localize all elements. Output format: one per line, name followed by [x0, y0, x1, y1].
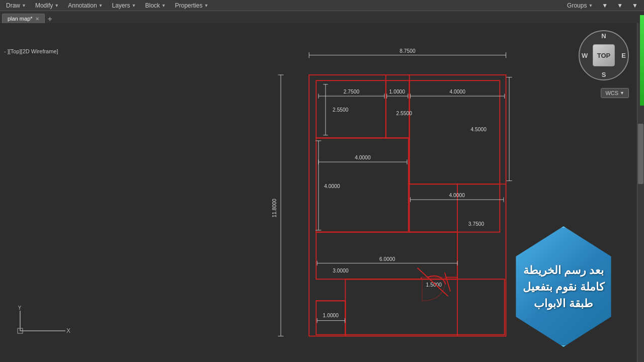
menu-groups[interactable]: Groups ▼ [563, 1, 597, 10]
svg-text:4.0000: 4.0000 [324, 184, 340, 189]
menu-draw[interactable]: Draw ▼ [2, 1, 30, 10]
menu-layers[interactable]: Layers ▼ [108, 1, 140, 10]
tab-add-button[interactable]: + [45, 15, 55, 23]
svg-text:8.7500: 8.7500 [399, 48, 416, 54]
compass-circle: N S E W TOP [579, 30, 629, 80]
menu-block[interactable]: Block ▼ [141, 1, 170, 10]
viewport-label: - ][Top][2D Wireframe] [4, 48, 58, 54]
svg-text:1.0000: 1.0000 [389, 89, 406, 95]
menu-extra2[interactable]: ▼ [613, 1, 627, 10]
svg-text:2.5500: 2.5500 [333, 107, 349, 113]
compass-north: N [601, 32, 606, 40]
menu-extra1[interactable]: ▼ [598, 1, 612, 10]
svg-rect-13 [410, 184, 500, 232]
menu-properties[interactable]: Properties ▼ [171, 1, 213, 10]
menu-annotation[interactable]: Annotation ▼ [64, 1, 107, 10]
svg-text:4.0000: 4.0000 [449, 193, 465, 198]
svg-text:X: X [66, 327, 70, 334]
hex-overlay: بعد رسم الخريطةكاملة نقوم بتفعيلطبقة الا… [508, 226, 619, 347]
svg-text:3.7500: 3.7500 [468, 221, 485, 227]
menu-bar: Draw ▼ Modify ▼ Annotation ▼ Layers ▼ Bl… [0, 0, 644, 11]
svg-text:1.0000: 1.0000 [323, 313, 339, 318]
svg-text:4.0000: 4.0000 [355, 155, 371, 160]
tab-close-icon[interactable]: ✕ [35, 16, 39, 22]
menu-extra3[interactable]: ▼ [628, 1, 642, 10]
hex-shape: بعد رسم الخريطةكاملة نقوم بتفعيلطبقة الا… [508, 226, 619, 347]
compass-east: E [621, 52, 626, 59]
tab-plan-map[interactable]: plan map* ✕ [2, 14, 45, 23]
compass-top-button[interactable]: TOP [593, 44, 615, 66]
svg-text:3.0000: 3.0000 [333, 268, 349, 274]
svg-text:6.0000: 6.0000 [379, 256, 395, 262]
svg-text:4.5000: 4.5000 [471, 127, 487, 132]
coordinate-display: Y X [10, 306, 70, 347]
green-accent-strip [640, 15, 644, 106]
svg-text:4.0000: 4.0000 [449, 89, 465, 95]
svg-rect-16 [345, 279, 504, 334]
svg-text:2.5500: 2.5500 [396, 111, 412, 116]
svg-text:11.8000: 11.8000 [272, 199, 277, 217]
svg-text:Y: Y [18, 306, 22, 311]
compass: N S E W TOP [579, 30, 629, 80]
tab-bar: plan map* ✕ + [0, 11, 644, 23]
scrollbar-thumb[interactable] [638, 124, 643, 184]
compass-south: S [602, 71, 606, 78]
wcs-button[interactable]: WCS ▼ [601, 88, 629, 98]
hex-text: بعد رسم الخريطةكاملة نقوم بتفعيلطبقة الا… [523, 262, 604, 312]
svg-text:2.7500: 2.7500 [344, 89, 360, 95]
menu-modify[interactable]: Modify ▼ [31, 1, 63, 10]
compass-west: W [582, 52, 588, 59]
